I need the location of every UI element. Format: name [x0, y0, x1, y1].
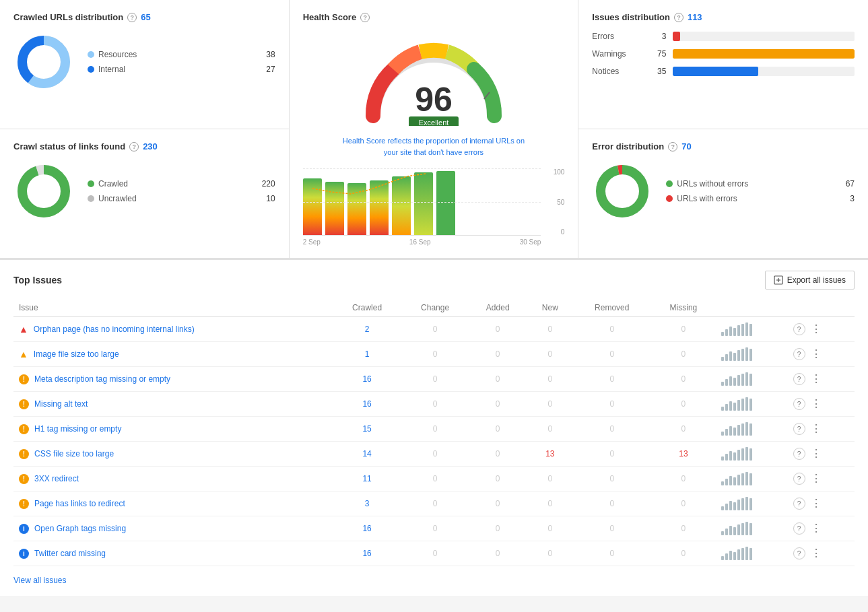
help-button-3[interactable]: ? [793, 398, 805, 410]
issue-name[interactable]: ! Missing alt text [19, 399, 327, 409]
issue-name[interactable]: i Twitter card missing [19, 549, 327, 559]
more-options-button-7[interactable]: ⋮ [811, 498, 822, 509]
help-button-9[interactable]: ? [793, 547, 805, 559]
table-row: ! 3XX redirect 11 0 0 0 0 0 ? ⋮ [13, 467, 855, 491]
notices-row: Notices 35 [592, 67, 855, 76]
more-options-button-9[interactable]: ⋮ [811, 548, 822, 559]
issue-name[interactable]: ▲ Orphan page (has no incoming internal … [19, 324, 327, 335]
new-cell: 0 [527, 541, 574, 566]
more-options-button-4[interactable]: ⋮ [811, 423, 822, 434]
issue-name[interactable]: ▲ Image file size too large [19, 349, 327, 360]
issue-name-cell: ▲ Image file size too large [13, 342, 333, 367]
crawled-cell: 16 [333, 516, 402, 541]
added-cell: 0 [469, 541, 527, 566]
action-cell: ? ⋮ [788, 342, 855, 367]
mini-bar-chart [721, 547, 782, 560]
issue-name[interactable]: i Open Graph tags missing [19, 524, 327, 534]
new-cell: 0 [527, 317, 574, 342]
mini-chart-cell [716, 442, 787, 467]
issues-dist-count: 113 [688, 12, 702, 22]
crawled-urls-title: Crawled URLs distribution ? 65 [13, 12, 275, 22]
removed-cell: 0 [573, 541, 650, 566]
change-cell: 0 [401, 516, 468, 541]
help-button-8[interactable]: ? [793, 522, 805, 535]
mini-chart-cell [716, 367, 787, 392]
mini-bar-chart [721, 472, 782, 485]
crawl-status-card: Crawl status of links found ? 230 Crawle… [0, 129, 290, 259]
issue-name-cell: ▲ Orphan page (has no incoming internal … [13, 317, 333, 342]
view-all-issues-link[interactable]: View all issues [13, 576, 855, 585]
col-added: Added [469, 299, 527, 317]
crawl-status-legend: Crawled 220 Uncrawled 10 [88, 179, 275, 203]
issue-name[interactable]: ! Meta description tag missing or empty [19, 374, 327, 384]
col-chart [716, 299, 787, 317]
added-cell: 0 [469, 467, 527, 491]
table-row: i Twitter card missing 16 0 0 0 0 0 ? ⋮ [13, 541, 855, 566]
crawl-status-title: Crawl status of links found ? 230 [13, 141, 275, 151]
help-button-0[interactable]: ? [793, 323, 805, 335]
svg-text:Excellent: Excellent [419, 118, 449, 126]
missing-cell: 0 [650, 491, 716, 516]
export-icon [774, 275, 783, 285]
new-cell: 0 [527, 342, 574, 367]
help-button-1[interactable]: ? [793, 348, 805, 360]
x-label-16sep: 16 Sep [409, 238, 431, 246]
svg-point-9 [22, 170, 65, 213]
issue-name-cell: i Open Graph tags missing [13, 516, 333, 541]
error-dist-donut [592, 161, 653, 222]
table-row: ! Page has links to redirect 3 0 0 0 0 0… [13, 491, 855, 516]
crawled-urls-info-icon[interactable]: ? [127, 13, 137, 22]
help-button-4[interactable]: ? [793, 423, 805, 435]
legend-with-errors: URLs with errors 3 [666, 194, 855, 203]
col-actions [788, 299, 855, 317]
more-options-button-2[interactable]: ⋮ [811, 374, 822, 384]
help-button-6[interactable]: ? [793, 473, 805, 485]
mini-chart-cell [716, 342, 787, 367]
svg-text:96: 96 [415, 81, 453, 118]
more-options-button-0[interactable]: ⋮ [811, 324, 822, 335]
warning-triangle-icon: ▲ [19, 349, 28, 360]
mini-bar-chart [721, 397, 782, 411]
mini-chart-cell [716, 516, 787, 541]
action-cell: ? ⋮ [788, 516, 855, 541]
issue-name[interactable]: ! Page has links to redirect [19, 499, 327, 509]
more-options-button-1[interactable]: ⋮ [811, 349, 822, 360]
help-button-7[interactable]: ? [793, 498, 805, 510]
missing-cell: 0 [650, 317, 716, 342]
issue-name-cell: ! 3XX redirect [13, 467, 333, 491]
crawled-cell: 1 [333, 342, 402, 367]
help-button-2[interactable]: ? [793, 373, 805, 385]
table-row: i Open Graph tags missing 16 0 0 0 0 0 ?… [13, 516, 855, 541]
more-options-button-3[interactable]: ⋮ [811, 399, 822, 409]
issue-name[interactable]: ! CSS file size too large [19, 449, 327, 459]
issue-name[interactable]: ! 3XX redirect [19, 474, 327, 484]
missing-cell: 0 [650, 342, 716, 367]
issue-name-cell: i Twitter card missing [13, 541, 333, 566]
error-triangle-icon: ▲ [19, 324, 28, 335]
missing-cell: 0 [650, 417, 716, 442]
mini-chart-cell [716, 541, 787, 566]
change-cell: 0 [401, 467, 468, 491]
info-circle-icon: i [19, 524, 29, 534]
error-dist-info-icon[interactable]: ? [668, 142, 677, 151]
col-crawled: Crawled [333, 299, 402, 317]
issue-name[interactable]: ! H1 tag missing or empty [19, 424, 327, 434]
export-all-issues-button[interactable]: Export all issues [765, 271, 855, 290]
crawl-status-info-icon[interactable]: ? [129, 142, 139, 151]
new-cell: 13 [527, 442, 574, 467]
health-score-info-icon[interactable]: ? [360, 13, 370, 22]
health-score-card: Health Score ? 96 [290, 0, 579, 259]
more-options-button-8[interactable]: ⋮ [811, 523, 822, 534]
change-cell: 0 [401, 367, 468, 392]
help-button-5[interactable]: ? [793, 448, 805, 460]
error-dist-title: Error distribution ? 70 [592, 141, 855, 151]
mini-bar-chart [721, 447, 782, 461]
more-options-button-6[interactable]: ⋮ [811, 473, 822, 484]
change-cell: 0 [401, 491, 468, 516]
more-options-button-5[interactable]: ⋮ [811, 448, 822, 459]
warning-circle-icon: ! [19, 374, 29, 384]
issues-dist-info-icon[interactable]: ? [674, 13, 683, 22]
action-cell: ? ⋮ [788, 491, 855, 516]
missing-cell: 0 [650, 467, 716, 491]
added-cell: 0 [469, 442, 527, 467]
